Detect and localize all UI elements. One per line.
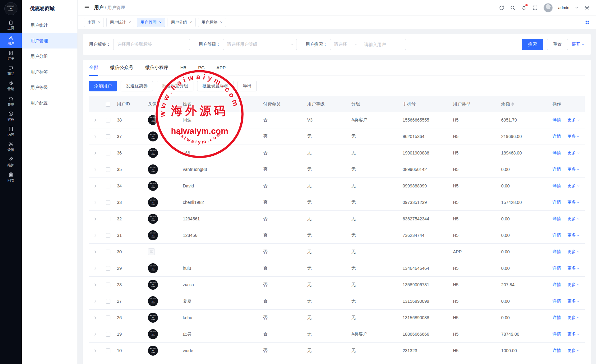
detail-link[interactable]: 详情 — [552, 117, 561, 123]
open-tab-1[interactable]: 用户统计× — [106, 18, 134, 27]
tab-grid-icon[interactable] — [585, 20, 590, 25]
tag-select[interactable]: 选择用户关联标签 — [113, 39, 190, 50]
action-button-1[interactable]: 发送优惠券 — [121, 81, 153, 91]
row-expand-icon[interactable] — [93, 233, 97, 237]
channel-tab-0[interactable]: 全部 — [89, 60, 98, 76]
detail-link[interactable]: 详情 — [552, 233, 561, 238]
detail-link[interactable]: 详情 — [552, 134, 561, 139]
open-tab-4[interactable]: 用户标签× — [198, 18, 226, 27]
channel-tab-5[interactable]: APP — [216, 60, 226, 76]
secondary-nav-item-3[interactable]: 用户标签 — [22, 64, 77, 80]
more-link[interactable]: 更多 — [567, 348, 580, 353]
username-label[interactable]: admin — [558, 5, 569, 10]
row-expand-icon[interactable] — [93, 349, 97, 353]
detail-link[interactable]: 详情 — [552, 298, 561, 304]
row-checkbox[interactable] — [106, 283, 110, 287]
secondary-nav-item-0[interactable]: 用户统计 — [22, 17, 77, 33]
primary-nav-item-3[interactable]: 商品 — [0, 63, 22, 78]
expand-filters-link[interactable]: 展开 — [572, 42, 585, 47]
row-expand-icon[interactable] — [93, 184, 97, 188]
row-expand-icon[interactable] — [93, 200, 97, 205]
row-expand-icon[interactable] — [93, 316, 97, 320]
more-link[interactable]: 更多 — [567, 134, 580, 139]
detail-link[interactable]: 详情 — [552, 150, 561, 156]
close-tab-icon[interactable]: × — [190, 20, 192, 25]
reset-button[interactable]: 重置 — [547, 39, 568, 50]
primary-nav-item-8[interactable]: 设置 — [0, 139, 22, 154]
user-menu-chevron-down-icon[interactable] — [575, 6, 579, 10]
detail-link[interactable]: 详情 — [552, 265, 561, 271]
user-search-input[interactable] — [360, 39, 406, 50]
action-button-3[interactable]: 批量设置标签 — [197, 81, 234, 91]
search-type-select[interactable]: 请选择 — [330, 39, 360, 50]
detail-link[interactable]: 详情 — [552, 167, 561, 172]
search-icon[interactable] — [510, 5, 515, 11]
row-checkbox[interactable] — [106, 316, 110, 320]
row-checkbox[interactable] — [106, 134, 110, 139]
detail-link[interactable]: 详情 — [552, 183, 561, 189]
select-all-checkbox[interactable] — [106, 102, 110, 107]
more-link[interactable]: 更多 — [567, 150, 580, 156]
fullscreen-icon[interactable] — [532, 5, 538, 11]
row-expand-icon[interactable] — [93, 299, 97, 303]
row-expand-icon[interactable] — [93, 135, 97, 139]
row-checkbox[interactable] — [106, 348, 110, 353]
detail-link[interactable]: 详情 — [552, 315, 561, 320]
primary-nav-item-4[interactable]: 营销 — [0, 78, 22, 94]
more-link[interactable]: 更多 — [567, 331, 580, 337]
channel-tab-4[interactable]: PC — [198, 60, 205, 76]
row-expand-icon[interactable] — [93, 283, 97, 287]
channel-tab-2[interactable]: 微信小程序 — [145, 60, 169, 76]
level-select[interactable]: 请选择用户等级 — [223, 39, 297, 50]
close-tab-icon[interactable]: × — [98, 20, 100, 25]
row-expand-icon[interactable] — [93, 168, 97, 172]
secondary-nav-item-1[interactable]: 用户管理 — [22, 33, 77, 48]
action-button-4[interactable]: 导出 — [238, 81, 257, 91]
more-link[interactable]: 更多 — [567, 265, 580, 271]
more-link[interactable]: 更多 — [567, 117, 580, 123]
detail-link[interactable]: 详情 — [552, 348, 561, 353]
action-button-2[interactable]: 批量设置分组 — [157, 81, 193, 91]
open-tab-0[interactable]: 主页× — [84, 18, 104, 27]
open-tab-3[interactable]: 用户分组× — [168, 18, 196, 27]
detail-link[interactable]: 详情 — [552, 200, 561, 205]
close-tab-icon[interactable]: × — [159, 20, 161, 25]
row-checkbox[interactable] — [106, 250, 110, 254]
search-button[interactable]: 搜索 — [522, 39, 543, 50]
row-checkbox[interactable] — [106, 151, 110, 155]
hamburger-menu-icon[interactable] — [84, 5, 90, 11]
sort-control[interactable] — [511, 102, 514, 106]
row-checkbox[interactable] — [106, 332, 110, 337]
detail-link[interactable]: 详情 — [552, 216, 561, 222]
channel-tab-3[interactable]: H5 — [180, 60, 186, 76]
primary-nav-item-10[interactable]: 问卷 — [0, 170, 22, 185]
channel-tab-1[interactable]: 微信公众号 — [110, 60, 133, 76]
row-expand-icon[interactable] — [93, 118, 97, 122]
primary-nav-item-6[interactable]: 财务 — [0, 109, 22, 124]
primary-nav-item-7[interactable]: 内容 — [0, 124, 22, 139]
user-avatar[interactable] — [543, 3, 553, 12]
primary-nav-item-2[interactable]: 订单 — [0, 48, 22, 63]
more-link[interactable]: 更多 — [567, 282, 580, 288]
row-expand-icon[interactable] — [93, 217, 97, 221]
more-link[interactable]: 更多 — [567, 233, 580, 238]
secondary-nav-item-2[interactable]: 用户分组 — [22, 48, 77, 64]
row-expand-icon[interactable] — [93, 332, 97, 336]
row-checkbox[interactable] — [106, 299, 110, 304]
refresh-icon[interactable] — [499, 5, 504, 11]
row-checkbox[interactable] — [106, 200, 110, 205]
more-link[interactable]: 更多 — [567, 167, 580, 172]
row-checkbox[interactable] — [106, 118, 110, 122]
open-tab-2[interactable]: 用户管理× — [137, 18, 165, 27]
row-checkbox[interactable] — [106, 167, 110, 172]
secondary-nav-item-5[interactable]: 用户配置 — [22, 95, 77, 111]
more-link[interactable]: 更多 — [567, 298, 580, 304]
settings-gear-icon[interactable] — [584, 5, 590, 11]
row-checkbox[interactable] — [106, 184, 110, 188]
more-link[interactable]: 更多 — [567, 200, 580, 205]
close-tab-icon[interactable]: × — [220, 20, 223, 25]
primary-nav-item-0[interactable]: 主页 — [0, 17, 22, 33]
more-link[interactable]: 更多 — [567, 315, 580, 320]
secondary-nav-item-4[interactable]: 用户等级 — [22, 80, 77, 95]
more-link[interactable]: 更多 — [567, 183, 580, 189]
